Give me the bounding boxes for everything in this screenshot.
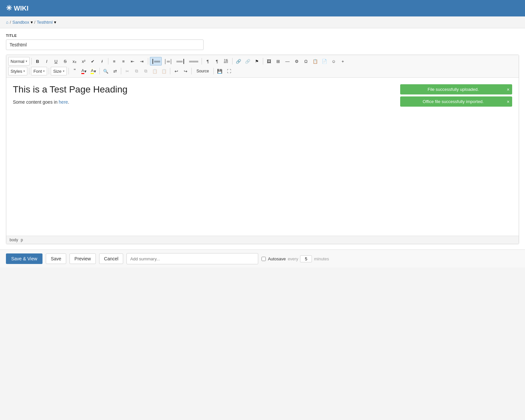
paste-text-button[interactable]: 📋 bbox=[160, 67, 168, 75]
sep13 bbox=[191, 68, 192, 74]
breadcrumb-dropdown2[interactable]: ▾ bbox=[54, 20, 56, 25]
sep9 bbox=[69, 68, 69, 74]
indent-more-button[interactable]: ⇥ bbox=[138, 57, 146, 66]
logo-text: WIKI bbox=[14, 5, 28, 12]
autosave-section: Autosave every minutes bbox=[262, 255, 329, 262]
toolbar: Normal ▾ B I U S x₂ x² ✔ I ≡ ≡ ⇤ ⇥ ┃══ │… bbox=[6, 55, 519, 78]
hrule-button[interactable]: — bbox=[283, 57, 292, 66]
main-content: TITLE Normal ▾ B I U S x₂ x² ✔ I ≡ ≡ bbox=[0, 28, 525, 249]
ltr-button[interactable]: ¶ bbox=[204, 57, 212, 66]
size-arrow: ▾ bbox=[63, 69, 65, 73]
link-button[interactable]: 🔗 bbox=[234, 57, 243, 66]
sep5 bbox=[232, 58, 233, 65]
breadcrumb-dropdown1[interactable]: ▾ bbox=[31, 20, 33, 25]
paste-button[interactable]: 📄 bbox=[320, 57, 329, 66]
indent-less-button[interactable]: ⇤ bbox=[128, 57, 137, 66]
content-body-end: . bbox=[68, 99, 69, 105]
align-right-button[interactable]: ══┃ bbox=[175, 57, 187, 66]
breadcrumb-page[interactable]: Testhtml bbox=[37, 20, 52, 25]
save-doc-button[interactable]: 💾 bbox=[215, 67, 224, 75]
cut-button[interactable]: ✂ bbox=[123, 67, 131, 75]
strikethrough-button[interactable]: S bbox=[61, 57, 69, 66]
styles-arrow: ▾ bbox=[23, 69, 25, 73]
summary-input[interactable] bbox=[126, 253, 258, 264]
paragraph-style-label: Normal bbox=[11, 59, 24, 64]
superscript-button[interactable]: x² bbox=[79, 57, 88, 66]
image-button[interactable]: 🖼 bbox=[265, 57, 273, 66]
home-icon[interactable]: ⌂ bbox=[6, 20, 9, 25]
size-dropdown[interactable]: Size ▾ bbox=[51, 67, 67, 75]
sep3 bbox=[148, 58, 148, 65]
sep4 bbox=[202, 58, 202, 65]
status-tag-p: p bbox=[21, 238, 23, 242]
paste2-button[interactable]: 📋 bbox=[151, 67, 159, 75]
sep8 bbox=[49, 68, 49, 74]
format-button[interactable]: ⚙ bbox=[292, 57, 301, 66]
autosave-checkbox[interactable] bbox=[262, 257, 266, 261]
preview-button[interactable]: Preview bbox=[69, 253, 96, 264]
font-arrow: ▾ bbox=[43, 69, 45, 73]
undo-button[interactable]: ↩ bbox=[172, 67, 180, 75]
replace-button[interactable]: ⇄ bbox=[111, 67, 119, 75]
underline-button[interactable]: U bbox=[52, 57, 60, 66]
editor-container: Normal ▾ B I U S x₂ x² ✔ I ≡ ≡ ⇤ ⇥ ┃══ │… bbox=[6, 55, 519, 244]
breadcrumb-sandbox[interactable]: Sandbox bbox=[12, 20, 29, 25]
unordered-list-button[interactable]: ≡ bbox=[119, 57, 128, 66]
emoji-button[interactable]: ☺ bbox=[329, 57, 338, 66]
special-char-button[interactable]: Ω bbox=[302, 57, 310, 66]
bg-color-button[interactable]: A▾ bbox=[89, 67, 98, 75]
subscript-button[interactable]: x₂ bbox=[70, 57, 79, 66]
notification-1-close[interactable]: × bbox=[507, 87, 510, 92]
cancel-button[interactable]: Cancel bbox=[99, 253, 124, 264]
size-label: Size bbox=[53, 69, 61, 74]
minutes-input[interactable] bbox=[300, 255, 312, 262]
logo-symbol: ✳ bbox=[6, 4, 12, 13]
copy-button[interactable]: ⧉ bbox=[132, 67, 141, 75]
header: ✳ WIKI bbox=[0, 0, 525, 16]
copy2-button[interactable]: ⧉ bbox=[141, 67, 150, 75]
find-button[interactable]: 🔍 bbox=[101, 67, 110, 75]
align-justify-button[interactable]: ═══ bbox=[187, 57, 200, 66]
unlink-button[interactable]: 🔗 bbox=[243, 57, 252, 66]
status-bar: body p bbox=[6, 236, 519, 244]
paragraph-style-arrow: ▾ bbox=[26, 60, 27, 63]
sep7 bbox=[29, 68, 29, 74]
bottom-bar: Save & View Save Preview Cancel Autosave… bbox=[0, 249, 525, 268]
table-button[interactable]: ⊞ bbox=[274, 57, 283, 66]
font-label: Font bbox=[33, 69, 42, 74]
redo-button[interactable]: ↪ bbox=[181, 67, 190, 75]
title-label: TITLE bbox=[6, 34, 519, 38]
anchor-button[interactable]: ⚑ bbox=[253, 57, 261, 66]
sep1 bbox=[31, 58, 32, 65]
sep6 bbox=[263, 58, 263, 65]
sep12 bbox=[170, 68, 170, 74]
font-color-label: A bbox=[81, 68, 84, 74]
more-button[interactable]: + bbox=[339, 57, 347, 66]
save-button[interactable]: Save bbox=[46, 253, 66, 264]
bold-button[interactable]: B bbox=[33, 57, 42, 66]
styles-dropdown[interactable]: Styles ▾ bbox=[8, 67, 27, 75]
fullscreen-button[interactable]: ⛶ bbox=[225, 67, 233, 75]
align-center-button[interactable]: │═│ bbox=[162, 57, 174, 66]
italic-button[interactable]: I bbox=[42, 57, 51, 66]
autosave-label: Autosave bbox=[268, 256, 286, 261]
blockquote-button[interactable]: " bbox=[70, 67, 79, 75]
remove-format-button[interactable]: ✔ bbox=[89, 57, 97, 66]
title-input[interactable] bbox=[6, 39, 204, 50]
save-view-button[interactable]: Save & View bbox=[6, 253, 42, 264]
content-body-text: Some content goes in bbox=[13, 99, 59, 105]
notification-2-close[interactable]: × bbox=[507, 99, 510, 104]
align-left-button[interactable]: ┃══ bbox=[150, 57, 162, 66]
paragraph-style-dropdown[interactable]: Normal ▾ bbox=[8, 57, 30, 66]
source-button[interactable]: Source bbox=[193, 67, 212, 75]
notifications-container: File successfully uploaded. × Office fil… bbox=[400, 84, 512, 107]
clear-italic-button[interactable]: I bbox=[98, 57, 106, 66]
template-button[interactable]: 📋 bbox=[311, 57, 319, 66]
font-dropdown[interactable]: Font ▾ bbox=[31, 67, 47, 75]
content-area[interactable]: This is a Test Page Heading Some content… bbox=[6, 78, 519, 236]
rtl-button[interactable]: ¶ bbox=[213, 57, 221, 66]
font-color-button[interactable]: A▾ bbox=[80, 67, 88, 75]
ordered-list-button[interactable]: ≡ bbox=[110, 57, 119, 66]
notification-1-text: File successfully uploaded. bbox=[428, 87, 479, 92]
language-button[interactable]: 語 bbox=[222, 57, 231, 66]
